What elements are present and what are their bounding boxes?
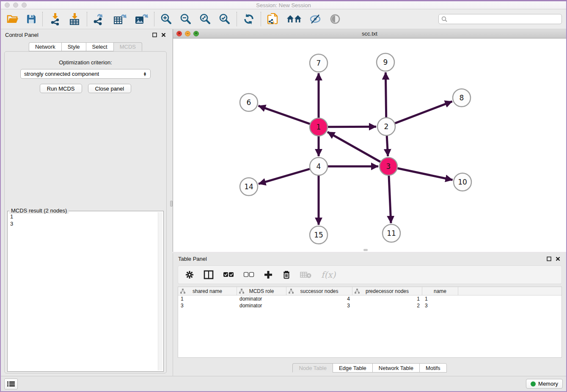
- svg-text:10: 10: [458, 178, 467, 186]
- import-network-icon[interactable]: [49, 13, 61, 25]
- svg-text:6: 6: [247, 98, 251, 107]
- zoom-selected-icon[interactable]: [219, 13, 231, 25]
- svg-text:14: 14: [244, 182, 253, 191]
- column-header-name[interactable]: name: [422, 287, 458, 295]
- close-network-icon[interactable]: ✕: [176, 31, 182, 36]
- table-row[interactable]: 1 dominator 4 1 1: [178, 295, 561, 302]
- graph-node-11[interactable]: 11: [383, 224, 400, 242]
- delete-table-icon[interactable]: [300, 271, 312, 279]
- home-icon[interactable]: [286, 14, 302, 25]
- column-label: MCDS role: [249, 288, 274, 294]
- graph-node-3[interactable]: 3: [380, 157, 397, 175]
- close-panel-button[interactable]: Close panel: [88, 84, 132, 93]
- tab-network[interactable]: Network: [29, 42, 61, 51]
- network-canvas[interactable]: 7968124314101511: [173, 39, 566, 251]
- import-table-icon[interactable]: [69, 13, 81, 25]
- deselect-all-icon[interactable]: [243, 272, 254, 278]
- memory-button[interactable]: Memory: [526, 379, 563, 389]
- table-row[interactable]: 3 dominator 3 2 3: [178, 302, 561, 309]
- column-header-successor-nodes[interactable]: successor nodes: [286, 287, 352, 295]
- hierarchy-icon: [355, 289, 360, 294]
- open-session-icon[interactable]: [7, 14, 19, 24]
- cell-name: 3: [422, 303, 458, 309]
- export-network-icon[interactable]: [93, 13, 106, 25]
- cell-mcds-role: dominator: [237, 296, 286, 302]
- svg-text:2: 2: [384, 122, 389, 131]
- show-graphics-details-icon[interactable]: [330, 14, 341, 25]
- run-mcds-button[interactable]: Run MCDS: [40, 84, 82, 93]
- select-all-icon[interactable]: [223, 272, 234, 278]
- close-panel-icon[interactable]: [161, 33, 166, 37]
- graph-node-7[interactable]: 7: [310, 54, 328, 72]
- mcds-panel: Optimization criterion: strongly connect…: [4, 51, 167, 373]
- result-scrollbar[interactable]: [158, 212, 162, 370]
- search-input[interactable]: [449, 16, 559, 22]
- tab-network-table[interactable]: Network Table: [372, 363, 419, 373]
- maximize-network-icon[interactable]: +: [193, 31, 199, 36]
- column-header-predecessor-nodes[interactable]: predecessor nodes: [352, 287, 422, 295]
- list-icon: [7, 381, 15, 387]
- graph-node-8[interactable]: 8: [453, 89, 471, 107]
- tab-style[interactable]: Style: [61, 42, 86, 51]
- graph-node-14[interactable]: 14: [240, 178, 258, 196]
- graph-node-4[interactable]: 4: [310, 157, 328, 175]
- zoom-out-icon[interactable]: [180, 13, 192, 25]
- tab-node-table[interactable]: Node Table: [292, 363, 333, 373]
- add-column-icon[interactable]: [264, 270, 273, 279]
- table-panel: Table Panel: [173, 253, 566, 376]
- duplicate-network-icon[interactable]: [267, 13, 279, 25]
- graph-node-15[interactable]: 15: [310, 226, 328, 244]
- tab-edge-table[interactable]: Edge Table: [333, 363, 372, 373]
- node-table[interactable]: shared name MCDS role successor nodes pr…: [178, 287, 562, 358]
- canvas-hscroll-thumb[interactable]: [363, 249, 368, 251]
- search-field[interactable]: [438, 14, 562, 24]
- delete-column-icon[interactable]: [282, 270, 291, 279]
- hide-graphics-details-icon[interactable]: [309, 14, 322, 25]
- control-panel-tabs: Network Style Select MCDS: [1, 42, 170, 51]
- export-image-icon[interactable]: [135, 13, 148, 25]
- graph-node-6[interactable]: 6: [240, 94, 258, 111]
- minimize-network-icon[interactable]: −: [185, 31, 190, 36]
- search-icon: [441, 16, 447, 22]
- refresh-icon[interactable]: [243, 13, 255, 25]
- column-label: successor nodes: [300, 288, 338, 294]
- cell-shared-name: 3: [178, 303, 237, 309]
- column-header-shared-name[interactable]: shared name: [178, 287, 237, 295]
- tab-select[interactable]: Select: [86, 42, 113, 51]
- dropdown-value: strongly connected component: [24, 71, 99, 77]
- export-table-icon[interactable]: [113, 13, 127, 25]
- svg-text:7: 7: [317, 59, 321, 67]
- optimization-criterion-label: Optimization criterion:: [5, 59, 166, 66]
- zoom-fit-icon[interactable]: [199, 13, 211, 25]
- table-tabs: Node Table Edge Table Network Table Moti…: [173, 363, 566, 373]
- network-graph[interactable]: 7968124314101511: [173, 39, 567, 251]
- cell-successor-nodes: 4: [286, 296, 352, 302]
- tab-mcds[interactable]: MCDS: [113, 42, 142, 51]
- app-window: Session: New Session: [0, 0, 567, 392]
- mcds-result-line: 1: [10, 213, 156, 220]
- close-table-panel-icon[interactable]: [556, 257, 560, 261]
- status-bar: Memory: [1, 376, 566, 391]
- graph-node-9[interactable]: 9: [377, 53, 394, 71]
- graph-node-2[interactable]: 2: [377, 118, 395, 135]
- table-mode-gear-icon[interactable]: [185, 270, 194, 279]
- optimization-criterion-select[interactable]: strongly connected component ▲▼: [20, 69, 151, 79]
- float-panel-icon[interactable]: [152, 33, 157, 37]
- show-columns-icon[interactable]: [204, 270, 214, 279]
- graph-node-10[interactable]: 10: [454, 173, 471, 191]
- cell-name: 1: [422, 296, 458, 302]
- task-history-button[interactable]: [4, 378, 18, 389]
- cell-successor-nodes: 3: [286, 303, 352, 309]
- graph-node-1[interactable]: 1: [310, 118, 328, 136]
- memory-status-icon: [531, 381, 536, 386]
- tab-motifs[interactable]: Motifs: [419, 363, 447, 373]
- apply-function-icon[interactable]: f(x): [321, 270, 336, 280]
- float-table-panel-icon[interactable]: [547, 257, 551, 261]
- mcds-result-list[interactable]: 1 3: [8, 212, 157, 370]
- zoom-in-icon[interactable]: [160, 13, 172, 25]
- mcds-result-line: 3: [10, 220, 156, 227]
- control-panel-title: Control Panel: [5, 32, 39, 38]
- column-header-mcds-role[interactable]: MCDS role: [237, 287, 286, 295]
- os-titlebar: Session: New Session: [1, 1, 566, 9]
- save-session-icon[interactable]: [26, 14, 36, 24]
